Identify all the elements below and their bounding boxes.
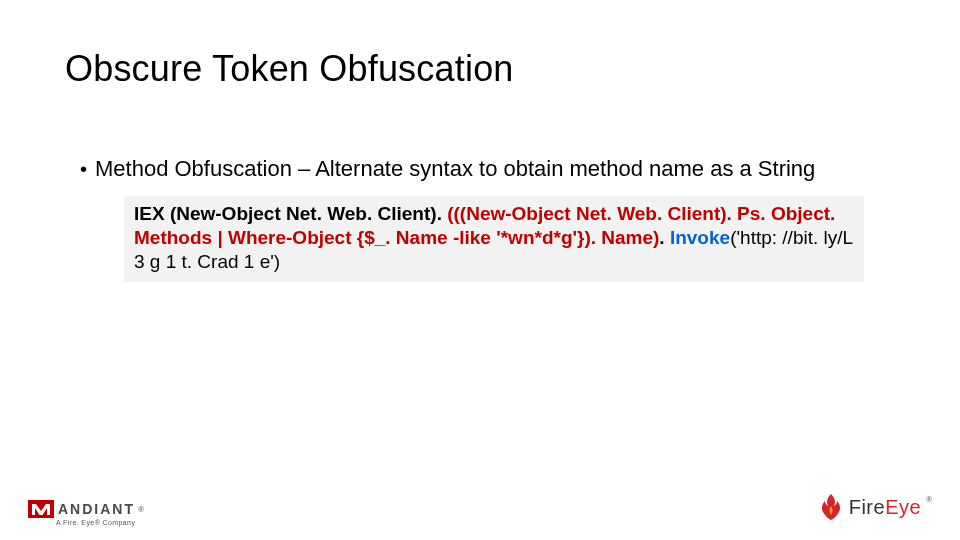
code-segment: . bbox=[659, 227, 670, 248]
mandiant-registered: ® bbox=[138, 505, 144, 514]
fireeye-wordmark: FireEye bbox=[849, 496, 921, 519]
flame-icon bbox=[817, 492, 845, 522]
svg-rect-0 bbox=[28, 500, 54, 518]
mandiant-mark: ANDIANT ® bbox=[28, 500, 144, 518]
bullet-text: Method Obfuscation – Alternate syntax to… bbox=[95, 155, 815, 183]
mandiant-logo: ANDIANT ® A Fire. Eye® Company bbox=[28, 500, 144, 526]
code-block: IEX (New-Object Net. Web. Client). (((Ne… bbox=[124, 196, 864, 282]
slide: Obscure Token Obfuscation • Method Obfus… bbox=[0, 0, 960, 540]
mandiant-m-icon bbox=[28, 500, 54, 518]
mandiant-wordmark: ANDIANT bbox=[58, 501, 135, 517]
footer: ANDIANT ® A Fire. Eye® Company FireEye ® bbox=[0, 472, 960, 540]
fireeye-eye: Eye bbox=[885, 496, 921, 518]
fireeye-registered: ® bbox=[926, 495, 932, 504]
fireeye-fire: Fire bbox=[849, 496, 885, 518]
bullet-marker-icon: • bbox=[80, 155, 87, 183]
bullet-item: • Method Obfuscation – Alternate syntax … bbox=[80, 155, 900, 183]
mandiant-subtitle: A Fire. Eye® Company bbox=[56, 519, 144, 526]
code-segment: IEX (New-Object Net. Web. Client). bbox=[134, 203, 447, 224]
slide-title: Obscure Token Obfuscation bbox=[65, 48, 514, 90]
code-segment: Invoke bbox=[670, 227, 730, 248]
fireeye-logo: FireEye ® bbox=[817, 492, 932, 522]
